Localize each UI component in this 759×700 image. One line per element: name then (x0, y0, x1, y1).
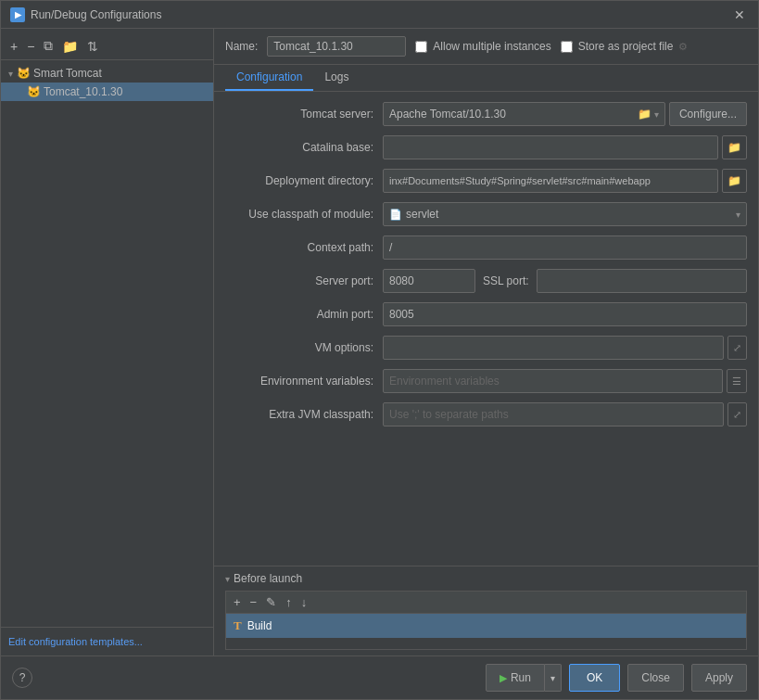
tree-group-smart-tomcat[interactable]: ▾ 🐱 Smart Tomcat (1, 64, 213, 83)
before-launch-toolbar: + − ✎ ↑ ↓ (225, 591, 747, 613)
configure-button[interactable]: Configure... (669, 102, 747, 126)
sidebar-footer: Edit configuration templates... (1, 627, 213, 655)
tree-item-tomcat[interactable]: 🐱 Tomcat_10.1.30 (1, 83, 213, 101)
bottom-left: ? (12, 668, 32, 688)
context-path-field (383, 235, 747, 260)
allow-multiple-checkbox[interactable] (415, 41, 427, 53)
classpath-row: Use classpath of module: 📄 servlet ▾ (225, 201, 747, 227)
vm-options-field: ⤢ (383, 336, 747, 360)
ssl-port-input[interactable] (537, 269, 747, 293)
vm-options-expand-button[interactable]: ⤢ (727, 336, 747, 360)
title-bar-left: ▶ Run/Debug Configurations (10, 7, 161, 22)
before-launch-down-button[interactable]: ↓ (297, 594, 311, 610)
deployment-dir-field: inx#Documents#Study#Spring#servlet#src#m… (383, 169, 747, 193)
config-tree: ▾ 🐱 Smart Tomcat 🐱 Tomcat_10.1.30 (1, 60, 213, 627)
before-launch-collapse-icon: ▾ (225, 574, 230, 584)
extra-jvm-expand-button[interactable]: ⤢ (727, 402, 747, 426)
catalina-base-label: Catalina base: (225, 141, 383, 154)
run-dropdown-icon: ▾ (550, 673, 555, 683)
admin-port-input[interactable] (383, 302, 747, 326)
server-port-input[interactable] (383, 269, 475, 293)
copy-config-button[interactable]: ⧉ (40, 36, 57, 56)
tabs-bar: Configuration Logs (214, 65, 758, 92)
run-button[interactable]: ▶ Run (486, 664, 545, 692)
tomcat-server-selector[interactable]: Apache Tomcat/10.1.30 📁 ▾ (383, 102, 665, 126)
run-dropdown-button[interactable]: ▾ (545, 664, 562, 692)
classpath-chevron-icon: ▾ (736, 210, 740, 220)
env-vars-list-button[interactable]: ☰ (727, 369, 747, 393)
env-vars-field: ☰ (383, 369, 747, 393)
name-label: Name: (225, 40, 258, 53)
vm-options-input[interactable] (383, 336, 724, 360)
context-path-label: Context path: (225, 241, 383, 254)
catalina-base-field: 📁 (383, 135, 747, 159)
deployment-dir-folder-button[interactable]: 📁 (722, 169, 747, 193)
catalina-base-row: Catalina base: 📁 (225, 134, 747, 160)
sidebar-toolbar: + − ⧉ 📁 ⇅ (1, 32, 213, 60)
dialog-title: Run/Debug Configurations (31, 8, 161, 21)
store-as-project-label: Store as project file (578, 40, 674, 53)
catalina-base-folder-button[interactable]: 📁 (722, 135, 747, 159)
before-launch-edit-button[interactable]: ✎ (262, 594, 280, 610)
list-icon: ☰ (732, 375, 741, 388)
deployment-dir-value[interactable]: inx#Documents#Study#Spring#servlet#src#m… (383, 169, 718, 193)
folder-config-button[interactable]: 📁 (58, 36, 82, 56)
admin-port-field (383, 302, 747, 326)
store-as-project-checkbox[interactable] (561, 41, 573, 53)
help-button[interactable]: ? (12, 668, 32, 688)
before-launch-remove-button[interactable]: − (247, 594, 261, 610)
before-launch-up-button[interactable]: ↑ (282, 594, 296, 610)
tomcat-server-label: Tomcat server: (225, 108, 383, 121)
ok-button[interactable]: OK (569, 664, 620, 692)
ports-field: SSL port: (383, 269, 747, 293)
launch-item-label: Build (247, 619, 272, 632)
bottom-bar: ? ▶ Run ▾ OK Close Apply (1, 655, 758, 699)
title-bar: ▶ Run/Debug Configurations ✕ (1, 1, 758, 29)
config-name-input[interactable] (267, 36, 406, 57)
run-label: Run (511, 671, 531, 684)
tree-group-label: Smart Tomcat (33, 67, 102, 80)
env-vars-label: Environment variables: (225, 375, 383, 388)
edit-templates-link[interactable]: Edit configuration templates... (8, 636, 143, 647)
classpath-value: servlet (406, 208, 438, 221)
server-port-label: Server port: (225, 274, 383, 287)
context-path-row: Context path: (225, 235, 747, 261)
classpath-label: Use classpath of module: (225, 208, 383, 221)
admin-port-label: Admin port: (225, 308, 383, 321)
vm-options-row: VM options: ⤢ (225, 335, 747, 361)
right-panel: Name: Allow multiple instances Store as … (214, 29, 758, 655)
before-launch-header[interactable]: ▾ Before launch (225, 572, 747, 585)
extra-jvm-input[interactable] (383, 402, 724, 426)
build-icon: T (234, 618, 242, 633)
launch-item-build[interactable]: T Build (226, 614, 746, 638)
before-launch-add-button[interactable]: + (230, 594, 245, 610)
config-top-bar: Name: Allow multiple instances Store as … (214, 29, 758, 65)
env-vars-input[interactable] (383, 369, 723, 393)
classpath-selector[interactable]: 📄 servlet ▾ (383, 202, 747, 226)
context-path-input[interactable] (383, 235, 747, 260)
tab-configuration[interactable]: Configuration (225, 65, 313, 91)
remove-config-button[interactable]: − (23, 36, 38, 56)
vm-options-label: VM options: (225, 341, 383, 354)
catalina-base-input[interactable] (383, 135, 718, 159)
before-launch-section: ▾ Before launch + − ✎ ↑ ↓ T Build (214, 566, 758, 655)
tomcat-server-field: Apache Tomcat/10.1.30 📁 ▾ Configure... (383, 102, 747, 126)
folder-open-icon: 📁 (727, 141, 741, 154)
admin-port-row: Admin port: (225, 301, 747, 327)
inline-ports: SSL port: (383, 269, 747, 293)
tab-logs[interactable]: Logs (313, 65, 360, 91)
before-launch-label: Before launch (234, 572, 302, 585)
deployment-dir-label: Deployment directory: (225, 174, 383, 187)
deployment-folder-icon: 📁 (727, 174, 741, 187)
close-dialog-button[interactable]: Close (627, 664, 684, 692)
add-config-button[interactable]: + (6, 36, 21, 56)
tomcat-server-value: Apache Tomcat/10.1.30 (389, 108, 506, 121)
apply-button[interactable]: Apply (691, 664, 747, 692)
sort-config-button[interactable]: ⇅ (83, 36, 102, 56)
close-button[interactable]: ✕ (730, 7, 749, 22)
bottom-right: ▶ Run ▾ OK Close Apply (486, 664, 747, 692)
ssl-port-label: SSL port: (483, 274, 529, 287)
config-panel: Tomcat server: Apache Tomcat/10.1.30 📁 ▾… (214, 92, 758, 566)
tree-expand-arrow: ▾ (8, 69, 13, 79)
tree-item-label: Tomcat_10.1.30 (44, 85, 122, 98)
